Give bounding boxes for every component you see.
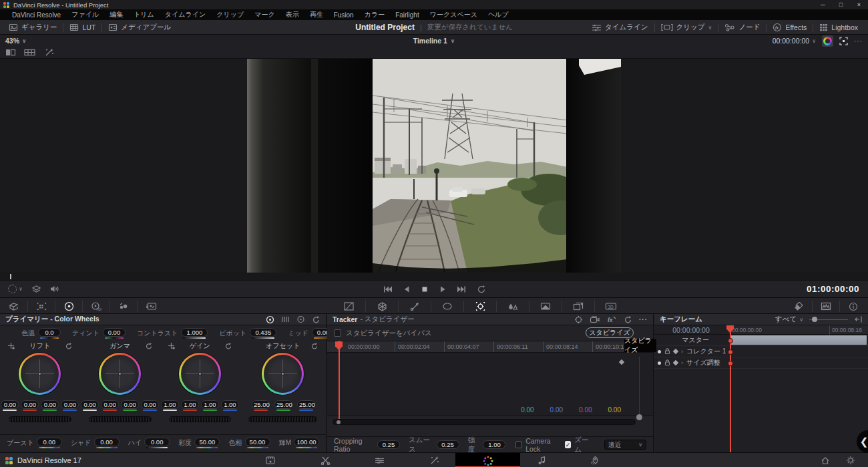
keyframe-ruler[interactable]: 00:00:00:00 00:00:08:16: [728, 325, 868, 334]
menu-playback[interactable]: 再生: [304, 10, 329, 19]
camera-icon[interactable]: [590, 315, 600, 324]
smooth-input[interactable]: 0.25: [437, 440, 459, 449]
media-page-button[interactable]: [256, 453, 285, 467]
keyframe-filter-select[interactable]: すべて ∨: [775, 315, 803, 324]
gamma-reset-icon[interactable]: [145, 342, 153, 350]
cropping-ratio-input[interactable]: 0.25: [377, 440, 400, 449]
fairlight-page-button[interactable]: [527, 453, 556, 467]
node-button[interactable]: ノード: [718, 20, 766, 35]
offset-r-value[interactable]: 25.00: [252, 400, 270, 411]
menu-edit[interactable]: 編集: [104, 10, 128, 19]
timeline-select[interactable]: Timeline 1 ∨: [0, 35, 868, 47]
info-panel-icon[interactable]: [839, 301, 867, 312]
stereo-3d-icon[interactable]: 3D: [594, 301, 627, 312]
bypass-stabilizer-checkbox[interactable]: [334, 329, 341, 337]
temp-input[interactable]: 0.0: [38, 328, 61, 339]
settings-button[interactable]: [839, 453, 863, 467]
lock-icon[interactable]: [664, 359, 670, 366]
saturation-input[interactable]: 50.00: [194, 438, 220, 448]
scrollbar-handle[interactable]: [337, 420, 341, 424]
color-wheels-tab-icon[interactable]: [55, 301, 82, 312]
menu-trim[interactable]: トリム: [128, 10, 160, 19]
collapse-panel-icon[interactable]: [854, 315, 863, 323]
gain-b-value[interactable]: 1.00: [221, 400, 239, 411]
tracker-timeline-ruler[interactable]: 00:00:00:00 00:00:02:04 00:00:04:07 00:0…: [327, 341, 653, 353]
primaries-wheels-icon[interactable]: [266, 315, 274, 324]
track-enable-dot-icon[interactable]: [658, 350, 661, 353]
lift-color-wheel[interactable]: [19, 353, 61, 395]
zoom-checkbox[interactable]: ✓: [565, 441, 572, 448]
highlight-input[interactable]: 0.00: [144, 438, 170, 448]
offset-master-wheel[interactable]: [248, 416, 317, 422]
power-window-icon[interactable]: [431, 301, 463, 312]
qualifier-icon[interactable]: [398, 301, 431, 312]
minimize-button[interactable]: ─: [814, 0, 832, 9]
scrub-playhead[interactable]: [10, 274, 11, 279]
track-row-corrector1[interactable]: › コレクター 1: [654, 346, 868, 357]
tracker-options-menu[interactable]: ···: [639, 316, 648, 323]
lift-g-value[interactable]: 0.00: [41, 400, 59, 411]
viewer-options-menu[interactable]: ···: [854, 37, 863, 45]
keyframe-zoom-slider[interactable]: [809, 319, 848, 320]
lift-r-value[interactable]: 0.00: [21, 400, 39, 411]
lift-b-value[interactable]: 0.00: [61, 400, 79, 411]
keyframe-playhead[interactable]: [730, 325, 731, 452]
contrast-input[interactable]: 1.000: [181, 328, 208, 339]
menu-file[interactable]: ファイル: [66, 10, 104, 19]
menu-mark[interactable]: マーク: [249, 10, 280, 19]
tracker-playhead[interactable]: [339, 341, 340, 419]
magic-wand-icon[interactable]: [44, 48, 54, 57]
effects-button[interactable]: fx Effects: [767, 20, 813, 35]
strength-input[interactable]: 1.00: [483, 440, 505, 449]
fx-keyframe-icon[interactable]: fx: [607, 315, 617, 324]
motion-effects-icon[interactable]: [137, 301, 164, 312]
master-track-bar[interactable]: [730, 335, 867, 345]
loop-button[interactable]: [477, 285, 486, 293]
go-to-end-button[interactable]: [457, 285, 467, 293]
gain-g-value[interactable]: 1.00: [201, 400, 219, 411]
hdr-mini-icon[interactable]: [296, 315, 305, 323]
play-reverse-button[interactable]: [403, 285, 411, 293]
offset-b-value[interactable]: 25.00: [297, 400, 315, 411]
tracker-point-icon[interactable]: [574, 315, 583, 324]
expand-track-icon[interactable]: ›: [681, 359, 683, 366]
curves-icon[interactable]: [333, 301, 365, 312]
home-button[interactable]: [813, 453, 837, 467]
gain-color-wheel[interactable]: [179, 353, 221, 395]
tracker-reset-icon[interactable]: [624, 315, 632, 323]
color-match-icon[interactable]: [27, 301, 55, 312]
grid-view-icon[interactable]: [24, 48, 36, 57]
color-page-button[interactable]: [455, 453, 520, 467]
maximize-button[interactable]: □: [832, 0, 850, 9]
gain-y-value[interactable]: 1.00: [161, 400, 179, 411]
keyframe-diamond-icon[interactable]: [673, 360, 678, 365]
gamma-g-value[interactable]: 0.00: [121, 400, 139, 411]
offset-color-wheel[interactable]: [262, 353, 304, 395]
slider-handle[interactable]: [812, 317, 817, 322]
menu-fusion[interactable]: Fusion: [329, 11, 359, 19]
offset-reset-icon[interactable]: [310, 342, 318, 350]
play-button[interactable]: [439, 285, 447, 293]
gain-master-wheel[interactable]: [169, 416, 232, 422]
track-row-master[interactable]: マスター: [654, 335, 868, 346]
cut-page-button[interactable]: [310, 453, 340, 467]
camera-raw-icon[interactable]: [0, 301, 27, 312]
stabilization-mode-select[interactable]: 遠近 ∨: [604, 440, 646, 450]
lock-icon[interactable]: [664, 348, 670, 355]
color-warper-icon[interactable]: [365, 301, 398, 312]
tracker-keyframe-marker[interactable]: [619, 359, 624, 365]
key-icon[interactable]: [529, 301, 562, 312]
hdr-wheels-icon[interactable]: HDR: [82, 301, 110, 312]
track-row-sizing[interactable]: › サイズ調整: [654, 357, 868, 369]
lift-y-value[interactable]: 0.00: [1, 400, 19, 411]
gain-crosshair-icon[interactable]: [168, 342, 176, 350]
gamma-b-value[interactable]: 0.00: [141, 400, 159, 411]
gamma-master-wheel[interactable]: [89, 416, 152, 422]
sizing-icon[interactable]: [562, 301, 594, 312]
track-enable-dot-icon[interactable]: [658, 361, 661, 365]
menu-fairlight[interactable]: Fairlight: [390, 11, 425, 19]
menu-clip[interactable]: クリップ: [211, 10, 249, 19]
timeline-view-button[interactable]: タイムライン: [586, 20, 654, 35]
stop-button[interactable]: [421, 285, 429, 293]
master-keyframe-marker[interactable]: [728, 338, 733, 343]
